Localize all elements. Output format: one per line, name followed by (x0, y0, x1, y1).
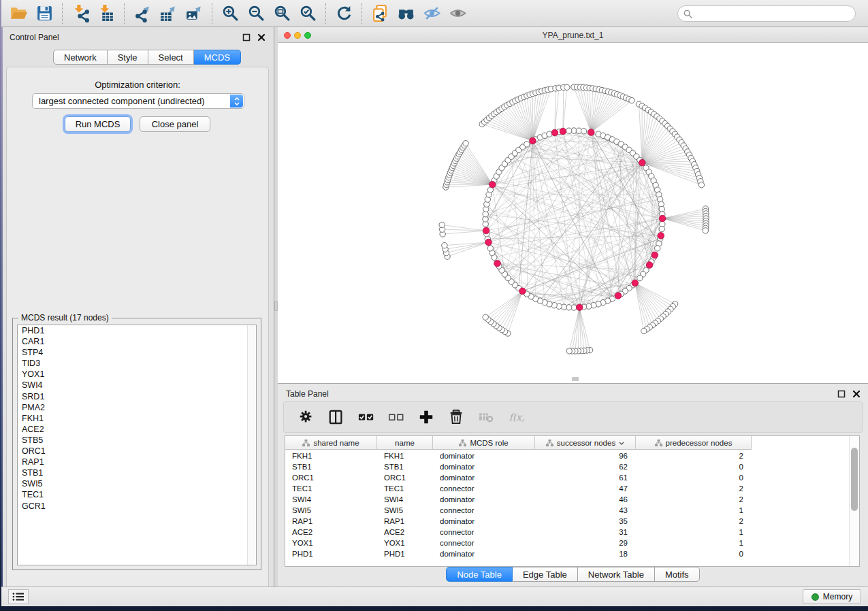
memory-button[interactable]: Memory (803, 589, 861, 604)
float-window-icon[interactable] (837, 390, 846, 398)
zoom-in-icon (221, 4, 240, 22)
mcds-result-item[interactable]: GCR1 (18, 501, 256, 512)
mcds-result-item[interactable]: RAP1 (18, 457, 256, 467)
cell-shared_name: SWI4 (285, 494, 377, 505)
table-vscrollbar[interactable] (849, 436, 859, 566)
find-button[interactable] (393, 3, 419, 24)
mcds-result-item[interactable]: TEC1 (18, 489, 256, 500)
mcds-result-list[interactable]: PHD1CAR1STP4TID3YOX1SWI4SRD1PMA2FKH1ACE2… (17, 325, 257, 565)
cell-shared_name: FKH1 (285, 450, 377, 461)
tab-mcds[interactable]: MCDS (194, 50, 241, 65)
column-header-successor-nodes[interactable]: successor nodes (535, 436, 636, 450)
mcds-result-item[interactable]: SRD1 (18, 391, 256, 402)
zoom-fit-button[interactable] (269, 3, 295, 24)
open-session-button[interactable] (5, 3, 31, 24)
close-panel-button[interactable]: Close panel (140, 116, 210, 132)
tab-network-table[interactable]: Network Table (578, 567, 655, 582)
mcds-result-item[interactable]: SWI5 (18, 478, 256, 489)
column-header-name[interactable]: name (377, 436, 433, 450)
network-graph[interactable] (278, 43, 868, 383)
cell-successor_nodes: 47 (535, 483, 636, 494)
deselect-all-rows-button[interactable] (386, 406, 406, 428)
tab-edge-table[interactable]: Edge Table (513, 567, 578, 582)
mcds-list-scrollbar[interactable] (247, 325, 256, 565)
criterion-select[interactable]: largest connected component (undirected) (32, 93, 244, 109)
run-mcds-button[interactable]: Run MCDS (65, 116, 131, 132)
settings-gear-button[interactable] (296, 406, 317, 428)
mcds-result-item[interactable]: FKH1 (18, 413, 256, 424)
table-row[interactable]: STB1STB1dominator620 (285, 461, 849, 472)
table-row[interactable]: SWI4SWI4dominator462 (285, 494, 849, 505)
table-vscroll-thumb[interactable] (851, 448, 858, 511)
column-header-predecessor-nodes[interactable]: predecessor nodes (636, 436, 752, 450)
column-label: name (395, 439, 415, 447)
column-chooser-button[interactable] (326, 406, 347, 428)
export-table-button[interactable] (155, 3, 181, 24)
mcds-result-item[interactable]: PMA2 (18, 402, 256, 413)
function-builder-button: f(x) (506, 406, 526, 428)
table-row[interactable]: ORC1ORC1dominator610 (285, 472, 849, 483)
mcds-result-item[interactable]: CAR1 (18, 336, 256, 347)
column-header-MCDS-role[interactable]: MCDS role (433, 436, 535, 450)
column-header-shared-name[interactable]: shared name (285, 436, 377, 450)
tab-network[interactable]: Network (53, 50, 108, 65)
mcds-result-item[interactable]: TID3 (18, 358, 256, 369)
export-network-button[interactable] (129, 3, 155, 24)
search-box[interactable] (677, 5, 856, 22)
select-all-rows-button[interactable] (356, 406, 376, 428)
node-table: shared namenameMCDS rolesuccessor nodesp… (285, 435, 860, 567)
network-hscroll-thumb[interactable] (572, 377, 579, 381)
refresh-layout-button[interactable] (331, 3, 357, 24)
cell-predecessor_nodes: 0 (636, 461, 752, 472)
delete-column-button[interactable] (446, 406, 466, 428)
table-row[interactable]: TEC1TEC1connector472 (285, 483, 849, 494)
zoom-selected-button[interactable] (295, 3, 321, 24)
cell-mcds_role: dominator (433, 494, 535, 505)
table-row[interactable]: PHD1PHD1dominator180 (285, 548, 849, 559)
close-icon[interactable] (257, 33, 266, 42)
mcds-result-item[interactable]: STB1 (18, 467, 256, 478)
mcds-result-item[interactable]: STP4 (18, 347, 256, 358)
table-row[interactable]: SWI5SWI5connector431 (285, 505, 849, 516)
table-row[interactable]: FKH1FKH1dominator962 (285, 450, 849, 461)
tab-motifs[interactable]: Motifs (655, 567, 700, 582)
table-toolbar: f(x) (283, 401, 863, 433)
clone-network-button[interactable] (367, 3, 393, 24)
mcds-result-item[interactable]: ORC1 (18, 446, 256, 457)
table-row[interactable]: ACE2ACE2connector311 (285, 527, 849, 538)
mcds-result-item[interactable]: YOX1 (18, 369, 256, 380)
search-input[interactable] (696, 9, 850, 18)
tab-select[interactable]: Select (148, 50, 194, 65)
mcds-result-item[interactable]: STB5 (18, 435, 256, 446)
tab-style[interactable]: Style (108, 50, 148, 65)
zoom-out-icon (247, 4, 266, 22)
float-window-icon[interactable] (242, 33, 251, 42)
import-network-button[interactable] (67, 3, 93, 24)
cell-predecessor_nodes: 1 (636, 538, 752, 548)
save-session-button[interactable] (31, 3, 57, 24)
export-image-button[interactable] (181, 3, 207, 24)
hide-selected-button[interactable] (419, 3, 445, 24)
column-label: MCDS role (470, 439, 508, 447)
network-view-window: YPA_prune.txt_1 (278, 27, 868, 383)
network-canvas[interactable] (278, 43, 868, 383)
mcds-result-item[interactable]: ACE2 (18, 424, 256, 435)
close-icon[interactable] (852, 390, 861, 398)
mcds-result-item[interactable]: SWI4 (18, 380, 256, 391)
zoom-in-button[interactable] (217, 3, 243, 24)
zoom-selected-icon (299, 4, 317, 22)
cell-shared_name: PHD1 (285, 548, 377, 559)
import-table-button[interactable] (93, 3, 119, 24)
mcds-result-item[interactable]: PHD1 (18, 325, 256, 336)
add-column-button[interactable] (416, 406, 436, 428)
toolbar-separator (212, 3, 212, 24)
table-row[interactable]: YOX1YOX1connector291 (285, 538, 849, 548)
network-view-titlebar[interactable]: YPA_prune.txt_1 (278, 27, 868, 43)
table-row[interactable]: RAP1RAP1dominator352 (285, 516, 849, 527)
show-all-button[interactable] (445, 3, 470, 24)
task-history-button[interactable] (8, 589, 29, 604)
tab-node-table[interactable]: Node Table (446, 567, 513, 582)
cell-mcds_role: dominator (433, 461, 535, 472)
memory-status-icon (811, 593, 819, 601)
zoom-out-button[interactable] (243, 3, 269, 24)
